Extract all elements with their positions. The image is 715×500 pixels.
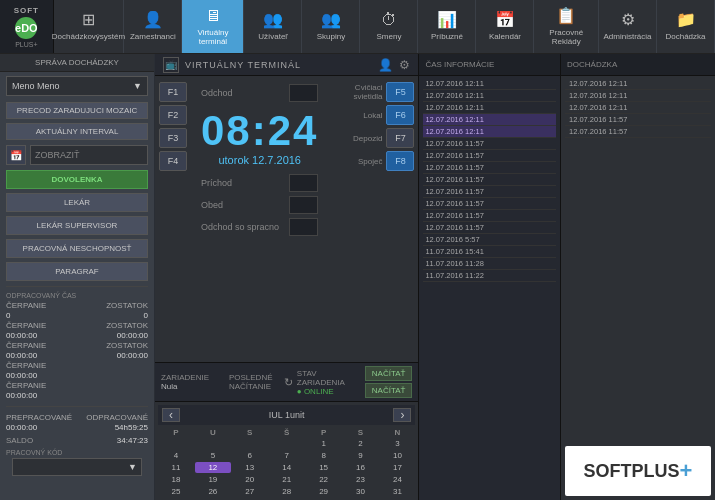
calendar-icon-btn[interactable]: 📅: [6, 145, 26, 165]
nacitat-btn-1[interactable]: NAČÍTAŤ: [365, 366, 413, 381]
field-prichod-value[interactable]: [289, 174, 318, 192]
fkey-f1[interactable]: F1: [159, 82, 187, 102]
cal-day[interactable]: 21: [269, 474, 305, 485]
cal-day-header: N: [380, 428, 416, 437]
cal-day[interactable]: 31: [380, 486, 416, 497]
cal-day[interactable]: 10: [380, 450, 416, 461]
lekar-supervisor-btn[interactable]: LEKÁR SUPERVISOR: [6, 216, 148, 235]
cal-day[interactable]: 16: [343, 462, 379, 473]
fkey-f5[interactable]: F5: [386, 82, 414, 102]
predchadzajuci-btn[interactable]: PRECOD ZARADUJUCI MOZAIC: [6, 102, 148, 119]
cal-day[interactable]: 24: [380, 474, 416, 485]
cal-day[interactable]: 7: [269, 450, 305, 461]
refresh-btn[interactable]: ↻: [284, 376, 293, 389]
nav-kalendar[interactable]: 📅 Kalendár: [476, 0, 534, 53]
zostatok-val-3: 00:00:00: [117, 351, 148, 360]
cal-prev-btn[interactable]: ‹: [162, 408, 180, 422]
far-right-row: 12.07.2016 11:57: [565, 114, 711, 126]
info-row: 12.07.2016 11:57: [423, 222, 556, 234]
cal-day[interactable]: 29: [306, 486, 342, 497]
odpracovane-val: 54h59:25: [115, 423, 148, 432]
nav-smeny[interactable]: ⏱ Smeny: [360, 0, 418, 53]
cal-day[interactable]: 2: [343, 438, 379, 449]
cal-day[interactable]: 25: [158, 486, 194, 497]
field-odchod-label: Odchod: [201, 88, 281, 98]
time-vals-5: 00:00:00: [6, 391, 148, 400]
cal-day[interactable]: 1: [306, 438, 342, 449]
terminal-icon-settings: ⚙: [399, 58, 410, 72]
cal-day[interactable]: 19: [195, 474, 231, 485]
fkey-f8[interactable]: F8: [386, 151, 414, 171]
field-odchod-value[interactable]: [289, 84, 318, 102]
dovolenka-btn[interactable]: DOVOLENKA: [6, 170, 148, 189]
nav-zamestnanci[interactable]: 👤 Zamestnanci: [124, 0, 182, 53]
cal-day[interactable]: 30: [343, 486, 379, 497]
cal-day[interactable]: 17: [380, 462, 416, 473]
field-odchod-so-value[interactable]: [289, 218, 318, 236]
cal-day[interactable]: 20: [232, 474, 268, 485]
cerpanie-val-4: 00:00:00: [6, 371, 37, 380]
nav-smeny-label: Smeny: [377, 32, 402, 41]
nav-uzivatel-label: Užívateľ: [258, 32, 287, 41]
cal-day[interactable]: 22: [306, 474, 342, 485]
cal-day[interactable]: 23: [343, 474, 379, 485]
clock-date: utorok 12.7.2016: [201, 154, 318, 166]
prepracovane-label: PREPRACOVANÉ: [6, 413, 72, 422]
fkeys-left-panel: F1 F2 F3 F4: [155, 76, 191, 362]
lekar-btn[interactable]: LEKÁR: [6, 193, 148, 212]
cal-day-header: P: [158, 428, 194, 437]
cal-day[interactable]: 12: [195, 462, 231, 473]
cal-day[interactable]: 3: [380, 438, 416, 449]
nav-dochadzkovy[interactable]: ⊞ Dochádzkovýsystém: [54, 0, 125, 53]
smeny-icon: ⏱: [381, 12, 397, 28]
employee-select[interactable]: Meno Meno ▼: [6, 76, 148, 96]
cal-day[interactable]: 8: [306, 450, 342, 461]
cal-next-btn[interactable]: ›: [393, 408, 411, 422]
virtuelny-icon: 🖥: [205, 8, 221, 24]
terminal-controls: 👤 ⚙: [378, 58, 410, 72]
fkey-f6[interactable]: F6: [386, 105, 414, 125]
nav-pracovne[interactable]: 📋 Pracovné Reklády: [534, 0, 599, 53]
nav-virtuelny[interactable]: 🖥 Virtuálny terminál: [182, 0, 244, 53]
field-odchod-so-label: Odchod so spracno: [201, 222, 281, 232]
info-row: 12.07.2016 12:11: [423, 126, 556, 138]
top-navigation: SOFT eDO PLUS+ ⊞ Dochádzkovýsystém 👤 Zam…: [0, 0, 715, 54]
left-panel: SPRÁVA DOCHÁDZKY Meno Meno ▼ PRECOD ZARA…: [0, 54, 155, 500]
fkey-f7[interactable]: F7: [386, 128, 414, 148]
cal-day[interactable]: 28: [269, 486, 305, 497]
cal-day[interactable]: 15: [306, 462, 342, 473]
nav-administracia[interactable]: ⚙ Administrácia: [599, 0, 657, 53]
cal-day[interactable]: 18: [158, 474, 194, 485]
pracovne-icon: 📋: [556, 8, 576, 24]
nav-dochadzka[interactable]: 📁 Dochádzka: [657, 0, 715, 53]
cal-day[interactable]: 26: [195, 486, 231, 497]
nacitat-btn-2[interactable]: NAČÍTAŤ: [365, 383, 413, 398]
fkey-f2[interactable]: F2: [159, 105, 187, 125]
saldo-row: SALDO 34:47:23: [6, 436, 148, 445]
fkey-f4[interactable]: F4: [159, 151, 187, 171]
paragraf-btn[interactable]: PARAGRAF: [6, 262, 148, 281]
pracovna-btn[interactable]: PRACOVNÁ NESCHOPNOSŤ: [6, 239, 148, 258]
nav-pribuzne[interactable]: 📊 Príbuzné: [418, 0, 476, 53]
cal-day-header: P: [306, 428, 342, 437]
cal-day[interactable]: 14: [269, 462, 305, 473]
pracovny-kod-select[interactable]: ▼: [12, 458, 142, 476]
cal-day[interactable]: 6: [232, 450, 268, 461]
cal-day[interactable]: 4: [158, 450, 194, 461]
cerpanie-label-1: ČERPANIE: [6, 301, 46, 310]
fkey-f3[interactable]: F3: [159, 128, 187, 148]
aktualny-btn[interactable]: AKTUÁLNY INTERVAL: [6, 123, 148, 140]
field-obed-value[interactable]: [289, 196, 318, 214]
cal-day[interactable]: 13: [232, 462, 268, 473]
fkey-right-row-1: Cvičiaci svietidla F5: [332, 82, 414, 102]
cal-day[interactable]: 9: [343, 450, 379, 461]
skupiny-icon: 👥: [321, 12, 341, 28]
cal-day[interactable]: 5: [195, 450, 231, 461]
cal-day[interactable]: 11: [158, 462, 194, 473]
nav-skupiny[interactable]: 👥 Skupiny: [302, 0, 360, 53]
cal-day[interactable]: 27: [232, 486, 268, 497]
terminal-title: VIRTUÁLNY TERMINÁL: [185, 60, 378, 70]
far-right-rows: 12.07.2016 12:1112.07.2016 12:1112.07.20…: [561, 76, 715, 140]
nav-uzivatel[interactable]: 👥 Užívateľ: [244, 0, 302, 53]
fkey-right-label-4: Spoječ: [332, 157, 382, 166]
